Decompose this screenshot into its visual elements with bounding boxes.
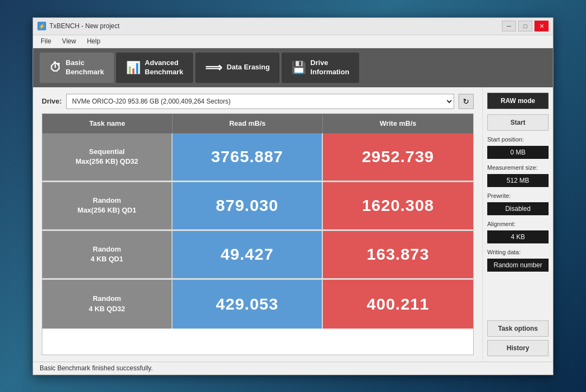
col-write: Write mB/s: [323, 114, 473, 133]
status-message: Basic Benchmark finished successfully.: [40, 364, 153, 372]
writing-data-value: Random number: [487, 259, 549, 272]
start-button[interactable]: Start: [487, 114, 549, 131]
refresh-button[interactable]: ↻: [458, 94, 474, 109]
prewrite-value: Disabled: [487, 202, 549, 215]
alignment-label: Alignment:: [487, 221, 549, 227]
task-options-button[interactable]: Task options: [487, 320, 549, 337]
app-icon: ⚡: [37, 22, 46, 30]
row-label-random-4k-qd32: Random4 KB QD32: [42, 280, 173, 329]
row-label-random-4k-qd1: Random4 KB QD1: [42, 231, 173, 278]
read-value-sequential: 3765.887: [173, 133, 323, 181]
write-value-sequential: 2952.739: [323, 133, 473, 181]
history-button[interactable]: History: [487, 340, 549, 356]
side-panel: RAW mode Start Start position: 0 MB Meas…: [482, 87, 553, 362]
col-task-name: Task name: [42, 114, 173, 133]
drive-select[interactable]: NVMe ORICO-J20 953.86 GB (2,000,409,264 …: [66, 94, 454, 109]
menu-view[interactable]: View: [56, 36, 81, 46]
table-row: SequentialMax(256 KB) QD32 3765.887 2952…: [42, 133, 473, 182]
erase-icon: ⟹: [205, 61, 222, 75]
raw-mode-button[interactable]: RAW mode: [487, 93, 549, 109]
drive-label: Drive:: [42, 97, 62, 105]
table-row: RandomMax(256 KB) QD1 879.030 1620.308: [42, 182, 473, 231]
close-button[interactable]: ✕: [534, 21, 549, 31]
minimize-button[interactable]: ─: [502, 21, 516, 31]
tab-basic-label: BasicBenchmark: [66, 59, 104, 77]
write-value-random-4k-qd1: 163.873: [323, 231, 473, 278]
menu-file[interactable]: File: [35, 36, 56, 46]
menu-bar: File View Help: [33, 35, 553, 48]
table-header: Task name Read mB/s Write mB/s: [42, 114, 473, 133]
main-window: ⚡ TxBENCH - New project ─ □ ✕ File View …: [33, 17, 553, 375]
timer-icon: ⏱: [49, 61, 61, 75]
start-position-label: Start position:: [487, 136, 549, 143]
main-panel: Drive: NVMe ORICO-J20 953.86 GB (2,000,4…: [33, 87, 482, 362]
menu-help[interactable]: Help: [81, 36, 106, 46]
status-bar: Basic Benchmark finished successfully.: [33, 362, 553, 375]
tab-basic-benchmark[interactable]: ⏱ BasicBenchmark: [40, 53, 114, 83]
title-bar-buttons: ─ □ ✕: [502, 21, 549, 31]
chart-icon: 📊: [126, 61, 141, 75]
maximize-button[interactable]: □: [518, 21, 532, 31]
table-row: Random4 KB QD32 429.053 400.211: [42, 280, 473, 329]
content-area: Drive: NVMe ORICO-J20 953.86 GB (2,000,4…: [33, 87, 553, 362]
window-title: TxBENCH - New project: [49, 22, 502, 30]
tab-advanced-label: AdvancedBenchmark: [145, 59, 183, 77]
alignment-value: 4 KB: [487, 230, 549, 243]
prewrite-label: Prewrite:: [487, 192, 549, 199]
row-label-random-256-qd1: RandomMax(256 KB) QD1: [42, 182, 173, 229]
tab-drive-label: DriveInformation: [310, 59, 349, 77]
toolbar: ⏱ BasicBenchmark 📊 AdvancedBenchmark ⟹ D…: [33, 48, 553, 87]
drive-icon: 💾: [291, 61, 306, 75]
tab-data-erasing[interactable]: ⟹ Data Erasing: [195, 53, 279, 83]
write-value-random-256-qd1: 1620.308: [323, 182, 473, 229]
drive-bar: Drive: NVMe ORICO-J20 953.86 GB (2,000,4…: [42, 94, 474, 109]
title-bar: ⚡ TxBENCH - New project ─ □ ✕: [33, 18, 553, 35]
read-value-random-4k-qd32: 429.053: [173, 280, 323, 329]
measurement-size-label: Measurement size:: [487, 164, 549, 171]
tab-advanced-benchmark[interactable]: 📊 AdvancedBenchmark: [116, 53, 193, 83]
benchmark-table: Task name Read mB/s Write mB/s Sequentia…: [42, 113, 474, 355]
col-read: Read mB/s: [173, 114, 323, 133]
tab-drive-information[interactable]: 💾 DriveInformation: [282, 53, 359, 83]
write-value-random-4k-qd32: 400.211: [323, 280, 473, 329]
read-value-random-4k-qd1: 49.427: [173, 231, 323, 278]
row-label-sequential: SequentialMax(256 KB) QD32: [42, 133, 173, 181]
start-position-value: 0 MB: [487, 146, 549, 159]
read-value-random-256-qd1: 879.030: [173, 182, 323, 229]
table-row: Random4 KB QD1 49.427 163.873: [42, 231, 473, 280]
writing-data-label: Writing data:: [487, 249, 549, 255]
measurement-size-value: 512 MB: [487, 174, 549, 187]
tab-erasing-label: Data Erasing: [227, 63, 270, 72]
